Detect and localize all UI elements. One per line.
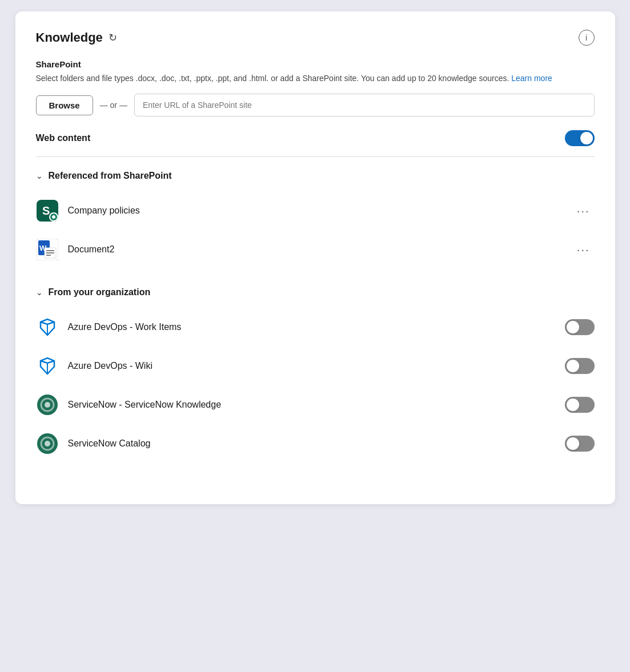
browse-row: Browse — or — (36, 94, 595, 116)
sharepoint-section-label: SharePoint (36, 59, 595, 69)
servicenow-icon (36, 432, 59, 455)
sn-knowledge-toggle[interactable] (565, 397, 595, 413)
ado-wiki-toggle[interactable] (565, 358, 595, 374)
toggle-thumb (567, 399, 579, 411)
header-left: Knowledge ↻ (36, 30, 117, 45)
item-name: Azure DevOps - Wiki (68, 361, 556, 371)
svg-point-4 (52, 215, 55, 219)
toggle-thumb (567, 437, 579, 450)
ado-work-items-toggle[interactable] (565, 319, 595, 335)
web-content-label: Web content (36, 133, 91, 143)
or-text: — or — (100, 100, 127, 110)
chevron-down-icon: ⌄ (36, 288, 43, 297)
list-item: Azure DevOps - Work Items (36, 308, 595, 347)
browse-button[interactable]: Browse (36, 95, 93, 115)
learn-more-link[interactable]: Learn more (511, 74, 552, 83)
toggle-thumb (567, 360, 579, 372)
list-item: ServiceNow Catalog (36, 424, 595, 463)
sharepoint-icon: S (36, 199, 59, 222)
item-name: ServiceNow - ServiceNow Knowledge (68, 400, 556, 410)
item-name: Company policies (68, 206, 563, 216)
knowledge-panel: Knowledge ↻ i SharePoint Select folders … (15, 11, 615, 504)
more-options-icon[interactable]: ··· (572, 204, 595, 218)
servicenow-icon (36, 393, 59, 416)
list-item: W Document2 ··· (36, 230, 595, 269)
toggle-thumb (580, 132, 593, 144)
info-icon[interactable]: i (579, 30, 595, 46)
ado-icon (36, 355, 59, 377)
sharepoint-group-title: Referenced from SharePoint (49, 171, 172, 181)
org-group-header[interactable]: ⌄ From your organization (36, 287, 595, 297)
panel-header: Knowledge ↻ i (36, 30, 595, 46)
web-content-row: Web content (36, 130, 595, 146)
sharepoint-url-input[interactable] (134, 94, 595, 116)
list-item: ServiceNow - ServiceNow Knowledge (36, 385, 595, 424)
refresh-icon[interactable]: ↻ (109, 31, 117, 44)
sharepoint-group-header[interactable]: ⌄ Referenced from SharePoint (36, 171, 595, 181)
ado-icon (36, 316, 59, 339)
panel-title: Knowledge (36, 30, 103, 45)
org-group-title: From your organization (49, 287, 151, 297)
divider (36, 156, 595, 157)
item-name: ServiceNow Catalog (68, 438, 556, 449)
web-content-toggle[interactable] (565, 130, 595, 146)
list-item: Azure DevOps - Wiki (36, 347, 595, 385)
word-icon: W (36, 238, 59, 261)
item-name: Document2 (68, 244, 563, 255)
svg-text:S: S (42, 204, 50, 217)
svg-point-18 (45, 441, 50, 446)
org-group: ⌄ From your organization Azure DevOps - … (36, 287, 595, 463)
toggle-thumb (567, 321, 579, 333)
chevron-down-icon: ⌄ (36, 171, 43, 180)
more-options-icon[interactable]: ··· (572, 243, 595, 256)
item-name: Azure DevOps - Work Items (68, 322, 556, 332)
sharepoint-description: Select folders and file types .docx, .do… (36, 73, 595, 84)
sharepoint-group: ⌄ Referenced from SharePoint S Company p… (36, 171, 595, 269)
sn-catalog-toggle[interactable] (565, 436, 595, 452)
list-item: S Company policies ··· (36, 191, 595, 230)
svg-point-15 (45, 402, 50, 408)
